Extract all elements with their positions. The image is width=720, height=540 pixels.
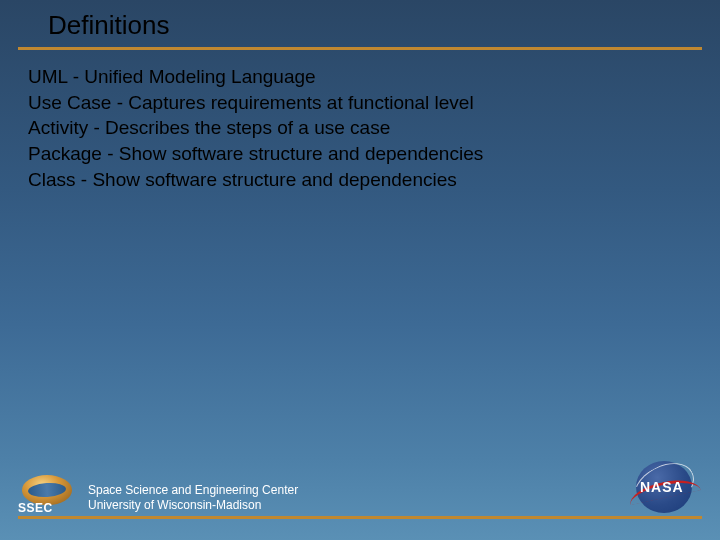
definition-line: Class - Show software structure and depe… — [28, 167, 692, 193]
definition-line: Package - Show software structure and de… — [28, 141, 692, 167]
footer: SSEC Space Science and Engineering Cente… — [0, 468, 720, 528]
footer-org-line2: University of Wisconsin-Madison — [88, 498, 298, 513]
content-area: UML - Unified Modeling Language Use Case… — [0, 50, 720, 206]
slide-title: Definitions — [48, 10, 702, 41]
ssec-logo-icon: SSEC — [18, 475, 76, 515]
definition-line: UML - Unified Modeling Language — [28, 64, 692, 90]
definition-line: Activity - Describes the steps of a use … — [28, 115, 692, 141]
footer-divider — [18, 516, 702, 519]
nasa-logo-icon: NASA — [628, 458, 700, 516]
nasa-logo-text: NASA — [640, 479, 684, 495]
definition-line: Use Case - Captures requirements at func… — [28, 90, 692, 116]
footer-credits: Space Science and Engineering Center Uni… — [88, 483, 298, 513]
title-bar: Definitions — [18, 0, 702, 50]
footer-org-line1: Space Science and Engineering Center — [88, 483, 298, 498]
ssec-logo-text: SSEC — [18, 501, 53, 515]
